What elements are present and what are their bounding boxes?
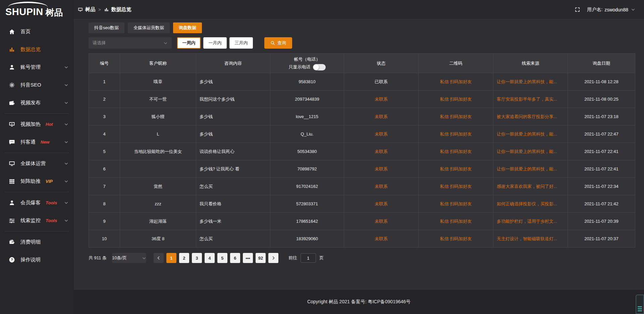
cell-qr-link[interactable]: 私信 扫码加好友 <box>419 73 493 91</box>
sidebar-item-video-heat[interactable]: 视频加热Hot <box>0 115 74 133</box>
logo-cn: 树品 <box>46 8 63 17</box>
cell-date: 2021-11-07 22:47 <box>568 125 635 143</box>
cell-source-link[interactable]: 多功能护栏灯，适用于乡村文... <box>493 213 568 230</box>
cell-status: 未联系 <box>344 91 419 108</box>
sidebar-item-clue-monitor[interactable]: 线索监控Tools <box>0 212 74 229</box>
cell-qr-link[interactable]: 私信 扫码加好友 <box>419 230 493 248</box>
column-header: 询盘日期 <box>568 54 635 73</box>
cell-qr-link[interactable]: 私信 扫码加好友 <box>419 91 493 108</box>
breadcrumb-label: 数据总览 <box>111 6 131 13</box>
search-icon <box>270 41 275 45</box>
tab-抖音seo数据[interactable]: 抖音seo数据 <box>89 22 124 33</box>
sidebar-divider <box>5 192 69 192</box>
sidebar-item-douyin-seo[interactable]: 抖音SEO <box>0 76 74 94</box>
cell-content: 我想问这个多少钱 <box>196 91 270 108</box>
cell-source-link[interactable]: 让你一眼就爱上的黑科技，能... <box>493 125 568 143</box>
chevron-down-icon <box>64 218 68 223</box>
goto-label: 前往 <box>288 255 297 261</box>
sidebar-item-expense-detail[interactable]: 消费明细 <box>0 233 74 251</box>
page-ellipsis-button[interactable]: ••• <box>243 253 253 263</box>
expense-icon <box>9 239 15 245</box>
next-page-button[interactable] <box>268 253 278 263</box>
cell-source-link[interactable]: 如何正确选择投影仪，买投影... <box>493 195 568 213</box>
cell-id: 4 <box>89 125 120 143</box>
breadcrumb-label: 树品 <box>85 6 95 13</box>
breadcrumb-item-home[interactable]: 树品 <box>78 6 95 13</box>
prev-page-button[interactable] <box>154 253 164 263</box>
sidebar-item-label: 线索监控 <box>20 217 41 224</box>
cell-source-link[interactable]: 让你一眼就爱上的黑科技，能... <box>493 73 568 91</box>
cell-content: 说说价格让我死心 <box>196 143 270 160</box>
page-button-2[interactable]: 2 <box>179 253 189 263</box>
cell-qr-link[interactable]: 私信 扫码加好友 <box>419 178 493 195</box>
cell-qr-link[interactable]: 私信 扫码加好友 <box>419 160 493 178</box>
breadcrumb-item-current[interactable]: 数据总览 <box>104 6 131 13</box>
cell-id: 5 <box>89 143 120 160</box>
cell-date: 2021-11-07 22:34 <box>568 178 635 195</box>
cell-qr-link[interactable]: 私信 扫码加好友 <box>419 143 493 160</box>
user-menu[interactable]: 用户名: zswodun88 <box>587 7 635 13</box>
cell-source-link[interactable]: 让你一眼就爱上的黑科技，能... <box>493 160 568 178</box>
cell-source-link[interactable]: 感谢大家喜欢我家，被问了好... <box>493 178 568 195</box>
bar-chart-icon <box>9 46 15 53</box>
page-size-select[interactable]: 10条/页 <box>112 253 146 263</box>
logo-arc <box>8 2 48 7</box>
sidebar-divider <box>5 113 69 114</box>
cell-source-link[interactable]: 被大家追着问的客厅投影分享... <box>493 108 568 125</box>
cell-qr-link[interactable]: 私信 扫码加好友 <box>419 213 493 230</box>
cell-qr-link[interactable]: 私信 扫码加好友 <box>419 195 493 213</box>
cell-qr-link[interactable]: 私信 扫码加好友 <box>419 125 493 143</box>
breadcrumb-separator: > <box>98 7 101 12</box>
footer: Copyright 树品 2021 备案号: 粤ICP备09019646号 <box>74 289 644 314</box>
sidebar-item-home[interactable]: 首页 <box>0 23 74 41</box>
account-select[interactable]: 请选择 <box>89 37 172 49</box>
sidebar-item-matrix-boost[interactable]: 矩阵助推VIP <box>0 172 74 190</box>
phone-only-toggle[interactable] <box>313 64 326 70</box>
monitor-icon <box>78 7 83 12</box>
cell-source-link[interactable]: 无主灯设计，智能磁吸轨道灯... <box>493 230 568 248</box>
column-header: 线索来源 <box>493 54 568 73</box>
period-button[interactable]: 三月内 <box>229 37 253 49</box>
page-button-1[interactable]: 1 <box>166 253 176 263</box>
chat-widget[interactable] <box>636 295 644 314</box>
table-row: 8zzz我只看价格572803371未联系私信 扫码加好友如何正确选择投影仪，买… <box>89 195 635 213</box>
cell-status: 未联系 <box>344 213 419 230</box>
goto-page-input[interactable] <box>301 253 316 263</box>
cell-id: 3 <box>89 108 120 125</box>
sidebar-item-badge: Tools <box>46 218 57 223</box>
page-size-value: 10条/页 <box>112 255 127 261</box>
table-row: 2不可一世我想问这个多少钱2097344839未联系私信 扫码加好友客厅安装投影… <box>89 91 635 108</box>
cell-account: 2097344839 <box>270 91 344 108</box>
sidebar-item-member-burst[interactable]: 会员爆客Tools <box>0 194 74 212</box>
sidebar-item-data-overview[interactable]: 数据总览 <box>0 41 74 58</box>
sidebar-item-omni-media[interactable]: 全媒体运营 <box>0 155 74 172</box>
period-button[interactable]: 一周内 <box>177 37 201 49</box>
cell-source-link[interactable]: 让你一眼就爱上的黑科技，能... <box>493 143 568 160</box>
page-button-6[interactable]: 6 <box>230 253 240 263</box>
tab-全媒体运营数据[interactable]: 全媒体运营数据 <box>128 22 170 33</box>
page-button-3[interactable]: 3 <box>192 253 202 263</box>
sidebar-item-video-publish[interactable]: 视频发布 <box>0 94 74 112</box>
search-button[interactable]: 查询 <box>264 37 292 49</box>
cell-qr-link[interactable]: 私信 扫码加好友 <box>419 108 493 125</box>
cell-source-link[interactable]: 客厅安装投影半年多了，真实... <box>493 91 568 108</box>
period-button[interactable]: 一月内 <box>203 37 227 49</box>
tab-询盘数据[interactable]: 询盘数据 <box>173 22 202 33</box>
sidebar-item-douketong[interactable]: 抖客通New <box>0 133 74 151</box>
cell-content: 多少钱 <box>196 108 270 125</box>
topbar-right: 用户名: zswodun88 <box>575 7 635 13</box>
cell-id: 1 <box>89 73 120 91</box>
sidebar-item-account-management[interactable]: 账号管理 <box>0 58 74 76</box>
table-row: 3狐小狸多少钱love__1215未联系私信 扫码加好友被大家追着问的客厅投影分… <box>89 108 635 125</box>
copyright-text: Copyright 树品 2021 备案号: 粤ICP备09019646号 <box>307 299 411 305</box>
chat-widget-line <box>638 310 642 311</box>
content-area: 抖音seo数据全媒体运营数据询盘数据 请选择 一周内一月内三月内 查询 编号客户… <box>74 19 644 289</box>
page-button-5[interactable]: 5 <box>217 253 227 263</box>
column-header: 咨询内容 <box>196 54 270 73</box>
fullscreen-icon[interactable] <box>575 7 580 12</box>
page-button-4[interactable]: 4 <box>205 253 215 263</box>
sidebar-item-operation-guide[interactable]: ?操作说明 <box>0 251 74 269</box>
inquiry-table-wrap: 编号客户昵称咨询内容帐号（电话）只显示电话状态二维码线索来源询盘日期1哦章多少钱… <box>89 53 635 248</box>
page-button-92[interactable]: 92 <box>256 253 266 263</box>
phone-toggle-row: 只显示电话 <box>289 64 326 70</box>
